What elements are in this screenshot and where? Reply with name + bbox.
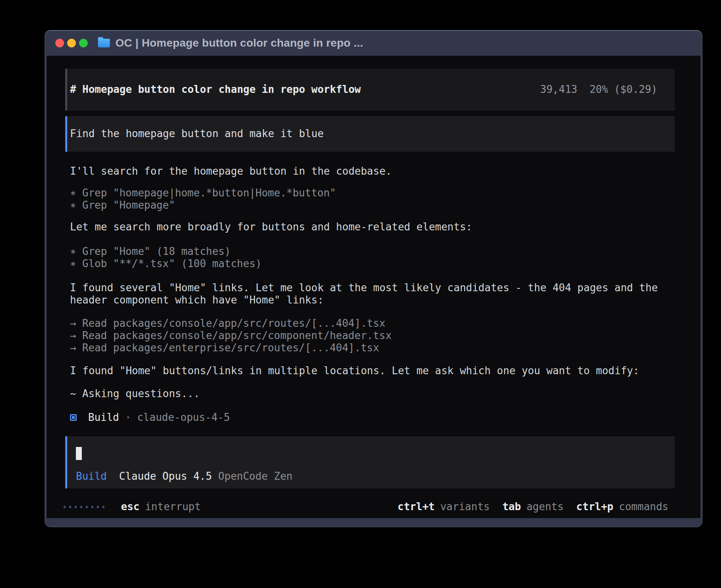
window-title: OC | Homepage button color change in rep… (115, 37, 363, 49)
agent-name: Build (88, 411, 119, 424)
ctrl-p-key: ctrl+p (576, 501, 613, 513)
traffic-lights (55, 39, 88, 47)
status-bar: esc interrupt ctrl+t variants tab agents… (64, 501, 668, 513)
tool-call-list: ∗ Grep "Home" (18 matches) ∗ Glob "**/*.… (70, 245, 700, 270)
session-stats: 39,413 20% ($0.29) (540, 83, 657, 96)
input-provider-label: OpenCode Zen (218, 470, 293, 482)
read-call-list: → Read packages/console/app/src/routes/[… (70, 317, 700, 354)
text-cursor (76, 447, 82, 460)
agent-square-icon (70, 414, 77, 421)
assistant-text: I found "Home" buttons/links in multiple… (70, 365, 660, 377)
tool-bullet-icon: ∗ (70, 199, 82, 211)
agents-label: agents (527, 501, 564, 513)
variants-label: variants (440, 501, 490, 513)
hint-agents: tab agents (502, 501, 564, 513)
tool-call-text: Grep "Homepage" (82, 199, 175, 211)
commands-label: commands (619, 501, 668, 513)
token-count: 39,413 (540, 83, 578, 96)
session-cost: ($0.29) (614, 83, 657, 96)
minimize-button[interactable] (67, 39, 76, 47)
tool-call: ∗ Glob "**/*.tsx" (100 matches) (70, 258, 700, 270)
terminal-content: # Homepage button color change in repo w… (47, 56, 700, 518)
read-call-text: Read packages/enterprise/src/routes/[...… (82, 342, 379, 354)
ctrl-t-key: ctrl+t (398, 501, 435, 513)
folder-icon (98, 39, 110, 47)
tool-call: ∗ Grep "Homepage" (70, 199, 700, 211)
arrow-right-icon: → (70, 330, 82, 342)
arrow-right-icon: → (70, 317, 82, 330)
tool-call-text: Grep "Home" (18 matches) (82, 245, 231, 258)
prompt-input[interactable]: Build Claude Opus 4.5 OpenCode Zen (65, 436, 675, 488)
tool-bullet-icon: ∗ (70, 245, 82, 258)
user-message-text: Find the homepage button and make it blu… (70, 128, 324, 139)
maximize-button[interactable] (79, 39, 88, 47)
context-percent: 20% (589, 83, 608, 96)
read-call-text: Read packages/console/app/src/component/… (82, 330, 392, 342)
session-header: # Homepage button color change in repo w… (65, 69, 675, 111)
assistant-text: I'll search for the homepage button in t… (70, 165, 700, 177)
read-call: → Read packages/console/app/src/routes/[… (70, 317, 700, 330)
user-message: Find the homepage button and make it blu… (65, 116, 675, 152)
assistant-text: Let me search more broadly for buttons a… (70, 221, 700, 233)
assistant-text: I found several "Home" links. Let me loo… (70, 282, 660, 306)
titlebar: OC | Homepage button color change in rep… (45, 30, 702, 56)
tilde-icon: ~ (70, 388, 82, 400)
tool-call-list: ∗ Grep "homepage|home.*button|Home.*butt… (70, 187, 700, 211)
read-call: → Read packages/console/app/src/componen… (70, 330, 700, 342)
input-agent-label[interactable]: Build (76, 470, 107, 482)
session-title: # Homepage button color change in repo w… (70, 83, 361, 96)
hint-commands: ctrl+p commands (576, 501, 668, 513)
close-button[interactable] (55, 39, 64, 47)
tool-call: ∗ Grep "Home" (18 matches) (70, 245, 700, 258)
tool-bullet-icon: ∗ (70, 258, 82, 270)
agent-badge: Build · claude-opus-4-5 (70, 411, 700, 424)
read-call: → Read packages/enterprise/src/routes/[.… (70, 342, 700, 354)
arrow-right-icon: → (70, 342, 82, 354)
tool-call: ∗ Grep "homepage|home.*button|Home.*butt… (70, 187, 700, 199)
hint-group-right: ctrl+t variants tab agents ctrl+p comman… (398, 501, 668, 513)
esc-label: interrupt (145, 501, 201, 513)
input-meta: Build Claude Opus 4.5 OpenCode Zen (76, 470, 675, 482)
read-call-text: Read packages/console/app/src/routes/[..… (82, 317, 385, 330)
terminal-window: OC | Homepage button color change in rep… (45, 30, 702, 527)
spinner-dots-icon (64, 506, 104, 508)
status-line-text: Asking questions... (82, 388, 200, 400)
tool-call-text: Grep "homepage|home.*button|Home.*button… (82, 187, 336, 199)
hint-variants: ctrl+t variants (398, 501, 490, 513)
tool-bullet-icon: ∗ (70, 187, 82, 199)
tool-call-text: Glob "**/*.tsx" (100 matches) (82, 258, 262, 270)
esc-key: esc (121, 501, 140, 513)
input-model-label[interactable]: Claude Opus 4.5 (119, 470, 212, 482)
hint-interrupt: esc interrupt (121, 501, 201, 513)
model-name: claude-opus-4-5 (137, 411, 230, 424)
status-line: ~ Asking questions... (70, 388, 700, 400)
dot-separator: · (125, 411, 131, 424)
tab-key: tab (502, 501, 521, 513)
